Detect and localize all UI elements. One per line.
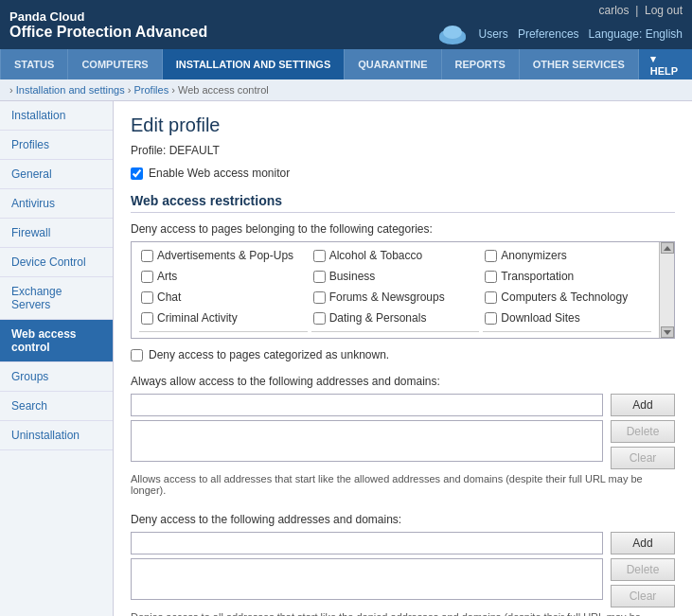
preferences-link[interactable]: Preferences [518, 27, 579, 41]
category-forums[interactable]: Forums & Newsgroups [311, 288, 480, 307]
sidebar-item-antivirus[interactable]: Antivirus [0, 189, 113, 219]
help-button[interactable]: ▾ HELP [639, 49, 692, 79]
header-nav: Users Preferences Language: English [435, 23, 683, 45]
allow-delete-button[interactable]: Delete [611, 420, 675, 443]
nav-computers[interactable]: COMPUTERS [68, 49, 162, 79]
logo: Panda Cloud Office Protection Advanced [9, 9, 207, 41]
allow-clear-button[interactable]: Clear [611, 447, 675, 469]
main-nav: STATUS COMPUTERS INSTALLATION AND SETTIN… [0, 49, 692, 79]
allow-textarea-wrapper [131, 420, 603, 465]
nav-quarantine[interactable]: QUARANTINE [345, 49, 441, 79]
checkbox-transportation[interactable] [485, 271, 497, 283]
enable-checkbox[interactable] [131, 167, 143, 180]
sidebar-item-profiles[interactable]: Profiles [0, 131, 113, 160]
category-download[interactable]: Download Sites [483, 308, 651, 327]
allow-address-input[interactable] [131, 394, 603, 416]
deny-address-input[interactable] [131, 532, 603, 554]
categories-grid: Advertisements & Pop-Ups Alcohol & Tobac… [139, 246, 651, 334]
breadcrumb: › Installation and settings › Profiles ›… [0, 79, 692, 101]
checkbox-anonymizers[interactable] [485, 250, 497, 262]
deny-btn-group: Add Delete Clear [611, 532, 675, 607]
users-link[interactable]: Users [479, 27, 508, 41]
checkbox-ads[interactable] [141, 250, 153, 262]
unknown-label: Deny access to pages categorized as unkn… [149, 348, 389, 361]
category-dating[interactable]: Dating & Personals [311, 308, 480, 327]
sidebar-item-general[interactable]: General [0, 160, 113, 189]
username: carlos [598, 4, 629, 17]
main-content: Installation Profiles General Antivirus … [0, 101, 692, 616]
category-chat[interactable]: Chat [139, 288, 308, 307]
profile-label: Profile: DEFAULT [131, 144, 675, 157]
category-anonymizers[interactable]: Anonymizers [483, 246, 651, 265]
checkbox-chat[interactable] [141, 291, 153, 304]
category-alcohol[interactable]: Alcohol & Tobacco [311, 246, 480, 265]
categories-container: Advertisements & Pop-Ups Alcohol & Tobac… [131, 241, 675, 339]
page-title: Edit profile [131, 114, 675, 136]
deny-categories-text: Deny access to pages belonging to the fo… [131, 222, 675, 236]
unknown-row: Deny access to pages categorized as unkn… [131, 348, 675, 361]
deny-note: Denies access to all addresses that star… [131, 611, 675, 616]
sidebar-item-groups[interactable]: Groups [0, 362, 113, 392]
nav-installation[interactable]: INSTALLATION AND SETTINGS [163, 49, 346, 79]
allow-add-button[interactable]: Add [611, 394, 675, 416]
deny-add-button[interactable]: Add [611, 532, 675, 554]
category-arts[interactable]: Arts [139, 267, 308, 286]
scrollbar-up[interactable] [661, 242, 674, 254]
allow-note: Allows access to all addresses that star… [131, 473, 675, 496]
category-criminal[interactable]: Criminal Activity [139, 308, 308, 327]
svg-marker-4 [664, 246, 671, 251]
breadcrumb-installation[interactable]: Installation and settings [16, 84, 125, 96]
separator [139, 331, 308, 332]
breadcrumb-profiles[interactable]: Profiles [134, 84, 169, 96]
deny-controls: Add Delete Clear [131, 532, 675, 607]
checkbox-forums[interactable] [313, 291, 326, 304]
separator2 [311, 331, 480, 332]
checkbox-alcohol[interactable] [313, 250, 326, 262]
checkbox-dating[interactable] [313, 312, 326, 325]
allow-textarea[interactable] [131, 420, 603, 462]
scrollbar-down[interactable] [661, 326, 674, 338]
deny-textarea[interactable] [131, 558, 603, 600]
deny-clear-button[interactable]: Clear [611, 585, 675, 607]
sidebar-item-uninstallation[interactable]: Uninstallation [0, 421, 113, 450]
separator3 [483, 331, 651, 332]
deny-input-area [131, 532, 603, 603]
category-computers[interactable]: Computers & Technology [483, 288, 651, 307]
sidebar-item-web-access[interactable]: Web access control [0, 320, 113, 362]
cloud-icon [435, 23, 470, 45]
deny-delete-button[interactable]: Delete [611, 558, 675, 581]
sidebar-item-search[interactable]: Search [0, 392, 113, 421]
web-access-heading: Web access restrictions [131, 193, 675, 213]
sidebar-item-firewall[interactable]: Firewall [0, 219, 113, 248]
checkbox-criminal[interactable] [141, 312, 153, 325]
category-business[interactable]: Business [311, 267, 480, 286]
logo-line2: Office Protection Advanced [9, 24, 207, 41]
breadcrumb-arrow: › [9, 84, 13, 96]
sidebar-item-device-control[interactable]: Device Control [0, 248, 113, 277]
language-selector[interactable]: Language: English [589, 27, 683, 41]
nav-other[interactable]: OTHER SERVICES [520, 49, 639, 79]
nav-status[interactable]: STATUS [0, 49, 68, 79]
sidebar-item-exchange-servers[interactable]: Exchange Servers [0, 277, 113, 320]
allow-section: Always allow access to the following add… [131, 375, 675, 496]
checkbox-arts[interactable] [141, 271, 153, 283]
allow-btn-group: Add Delete Clear [611, 394, 675, 469]
deny-textarea-wrapper [131, 558, 603, 603]
checkbox-computers[interactable] [485, 291, 497, 304]
checkbox-download[interactable] [485, 312, 497, 325]
enable-label: Enable Web access monitor [149, 167, 290, 180]
checkbox-business[interactable] [313, 271, 326, 283]
enable-row: Enable Web access monitor [131, 167, 675, 180]
nav-reports[interactable]: REPORTS [442, 49, 520, 79]
allow-input-area [131, 394, 603, 465]
unknown-checkbox[interactable] [131, 349, 143, 361]
breadcrumb-current: Web access control [178, 84, 269, 96]
category-transportation[interactable]: Transportation [483, 267, 651, 286]
svg-point-3 [443, 26, 462, 39]
scrollbar[interactable] [659, 242, 674, 338]
sidebar-item-installation[interactable]: Installation [0, 101, 113, 131]
logo-line1: Panda Cloud [9, 9, 207, 24]
category-ads[interactable]: Advertisements & Pop-Ups [139, 246, 308, 265]
logout-link[interactable]: Log out [645, 4, 683, 17]
allow-controls: Add Delete Clear [131, 394, 675, 469]
